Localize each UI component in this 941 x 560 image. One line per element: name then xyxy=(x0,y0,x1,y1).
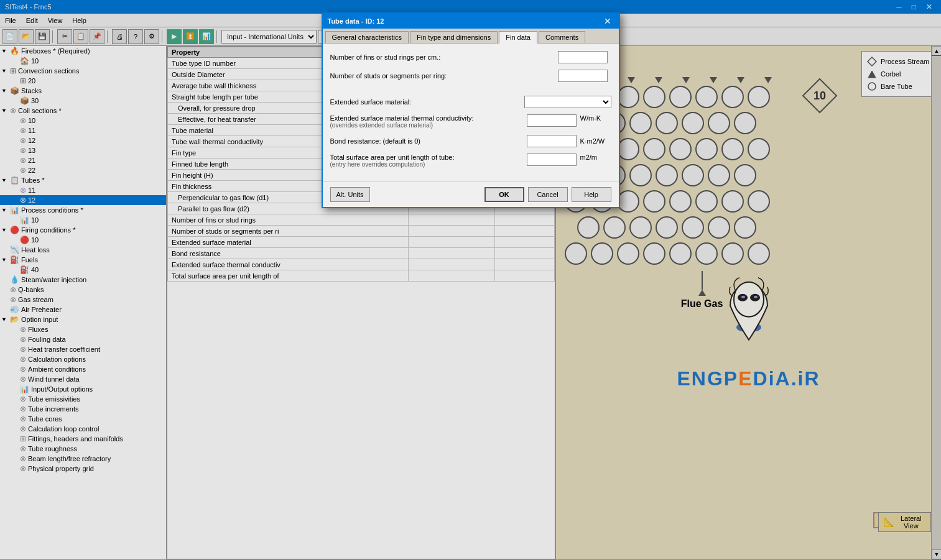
total-surface-label: Total surface area per unit length of tu… xyxy=(330,154,527,168)
ext-thermal-cond-sub: (overrides extended surface material) xyxy=(330,122,527,129)
ok-button[interactable]: OK xyxy=(484,187,524,202)
tube-data-dialog: Tube data - ID: 12 ✕ General characteris… xyxy=(322,46,556,208)
total-surface-sub: (entry here overrides computation) xyxy=(330,161,527,168)
fins-stud-rings-row: Number of fins or stud rings per cm.: xyxy=(330,51,556,63)
dialog-content: Number of fins or stud rings per cm.: Nu… xyxy=(323,46,556,181)
modal-overlay: Tube data - ID: 12 ✕ General characteris… xyxy=(167,46,555,559)
ext-thermal-cond-input[interactable] xyxy=(527,114,556,127)
studs-segments-label: Number of studs or segments per ring: xyxy=(330,72,556,80)
ext-surface-material-dropdown[interactable] xyxy=(524,96,556,108)
total-surface-row: Total surface area per unit length of tu… xyxy=(330,154,556,168)
fins-stud-rings-label: Number of fins or stud rings per cm.: xyxy=(330,53,556,61)
dialog-footer: Alt. Units OK Cancel Help xyxy=(323,181,556,207)
total-surface-input[interactable] xyxy=(527,154,556,166)
ext-surface-material-row: Extended surface material: xyxy=(330,96,556,108)
bond-resistance-row: Bond resistance: (default is 0) K-m2/W xyxy=(330,135,556,147)
bond-resistance-input[interactable] xyxy=(527,135,556,147)
ext-surface-material-label: Extended surface material: xyxy=(330,98,524,106)
alt-units-button[interactable]: Alt. Units xyxy=(330,187,370,202)
cancel-button[interactable]: Cancel xyxy=(528,187,556,202)
studs-segments-row: Number of studs or segments per ring: xyxy=(330,70,556,82)
ext-thermal-cond-row: Extended surface material thermal conduc… xyxy=(330,114,556,129)
bond-resistance-label: Bond resistance: (default is 0) xyxy=(330,137,527,145)
ext-thermal-cond-label: Extended surface material thermal conduc… xyxy=(330,114,527,129)
main-container: ▼ 🔥 Fireboxes * (Required) 🏠 10 ▼ ⊞ Conv… xyxy=(0,46,941,559)
center-panel: Property Value Unit Tube type ID number … xyxy=(167,46,555,559)
total-surface-text: Total surface area per unit length of tu… xyxy=(330,154,527,161)
ext-thermal-cond-text: Extended surface material thermal conduc… xyxy=(330,114,527,122)
